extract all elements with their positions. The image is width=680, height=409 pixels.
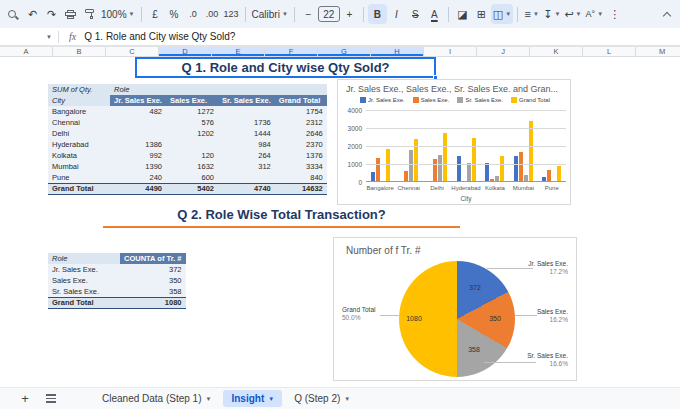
pivot-col-dim-cell[interactable]: Role [110, 84, 327, 95]
column-header-F[interactable]: F [265, 47, 318, 56]
font-size-input[interactable]: 22 [318, 6, 340, 22]
pivot-grand-total-value[interactable]: 4490 [110, 183, 166, 194]
all-sheets-button[interactable] [40, 394, 62, 403]
fill-color-button[interactable]: ◪ [453, 4, 472, 24]
pivot-grand-total-value[interactable]: 14632 [275, 183, 327, 194]
column-header-G[interactable]: G [318, 47, 371, 56]
print-button[interactable] [61, 4, 80, 24]
sheet-tab-cleaned-data[interactable]: Cleaned Data (Step 1) ▼ [94, 390, 219, 407]
pivot-column-header[interactable]: Jr. Sales Exe. [110, 95, 166, 106]
more-toolbar-button[interactable]: ⋮ [605, 4, 624, 24]
column-header-B[interactable]: B [53, 47, 106, 56]
horizontal-align-button[interactable]: ≡ ▼ [522, 4, 541, 24]
text-color-button[interactable]: A [425, 4, 444, 24]
pivot-value-cell[interactable]: 264 [218, 150, 275, 161]
pivot-value-cell[interactable]: 120 [166, 150, 218, 161]
pivot-value-cell[interactable]: 1376 [275, 150, 327, 161]
pivot-city-cell[interactable]: Kolkata [48, 150, 110, 161]
pivot-city-cell[interactable]: Mumbai [48, 161, 110, 172]
decrease-font-size-button[interactable]: − [299, 4, 318, 24]
format-currency-button[interactable]: £ [146, 4, 165, 24]
strikethrough-button[interactable]: S [406, 4, 425, 24]
more-formats-button[interactable]: 123 [222, 4, 241, 24]
font-select[interactable]: Calibri ▼ [250, 4, 290, 24]
pivot-value-cell[interactable] [218, 106, 275, 117]
q2-grand-total-value[interactable]: 1080 [120, 297, 186, 308]
pivot-value-cell[interactable] [110, 128, 166, 139]
pivot-value-cell[interactable]: 992 [110, 150, 166, 161]
pivot-column-header[interactable]: Grand Total [275, 95, 327, 106]
pivot-value-cell[interactable]: 2370 [275, 139, 327, 150]
q1-title-cell[interactable]: Q 1. Role and City wise Qty Sold? [135, 57, 436, 78]
column-header-D[interactable]: D [159, 47, 212, 56]
pivot-value-cell[interactable]: 840 [275, 172, 327, 183]
pivot-corner-cell[interactable]: SUM of Qty. [48, 84, 110, 95]
zoom-select[interactable]: 100% ▼ [99, 4, 137, 24]
sheet-canvas[interactable]: Q 1. Role and City wise Qty Sold? SUM of… [0, 57, 680, 387]
column-header-H[interactable]: H [371, 47, 424, 56]
pivot-column-header[interactable]: Sales Exe. [166, 95, 218, 106]
pivot-value-cell[interactable]: 1632 [166, 161, 218, 172]
pivot-value-cell[interactable]: 984 [218, 139, 275, 150]
pivot-grand-total-label[interactable]: Grand Total [48, 183, 110, 194]
pivot-value-cell[interactable]: 1736 [218, 117, 275, 128]
paint-format-button[interactable] [80, 4, 99, 24]
sheet-tab-q-step2[interactable]: Q (Step 2) ▼ [286, 390, 358, 407]
pie-chart[interactable]: Number of f Tr. # Jr. Sales Exe. 17.2% S… [333, 237, 577, 381]
column-header-K[interactable]: K [530, 47, 583, 56]
column-header-A[interactable]: A [0, 47, 53, 56]
q2-table[interactable]: RoleCOUNTA of Tr. #Jr. Sales Exe.372Sale… [48, 253, 186, 309]
increase-font-size-button[interactable]: + [340, 4, 359, 24]
bold-button[interactable]: B [368, 4, 387, 24]
pivot-value-cell[interactable]: 576 [166, 117, 218, 128]
pivot-value-cell[interactable]: 240 [110, 172, 166, 183]
sheet-tab-insight[interactable]: Insight ▼ [223, 390, 282, 407]
pivot-value-cell[interactable]: 1390 [110, 161, 166, 172]
column-header-C[interactable]: C [106, 47, 159, 56]
pivot-value-cell[interactable]: 482 [110, 106, 166, 117]
q2-count-cell[interactable]: 372 [120, 264, 186, 275]
text-rotate-button[interactable]: A° ▼ [584, 4, 606, 24]
pivot-value-cell[interactable]: 1272 [166, 106, 218, 117]
pivot-value-cell[interactable]: 2646 [275, 128, 327, 139]
q2-grand-total-label[interactable]: Grand Total [48, 297, 120, 308]
pivot-value-cell[interactable]: 1386 [110, 139, 166, 150]
column-header-M[interactable]: M [636, 47, 680, 56]
increase-decimal-button[interactable]: .00 [203, 4, 222, 24]
text-wrap-button[interactable]: ↩ ▼ [562, 4, 583, 24]
pivot-city-cell[interactable]: Pune [48, 172, 110, 183]
column-header-L[interactable]: L [583, 47, 636, 56]
undo-button[interactable]: ↶ [23, 4, 42, 24]
name-box[interactable]: ▼ [0, 34, 58, 40]
merge-cells-button[interactable]: ◫ ▼ [491, 4, 513, 24]
search-button[interactable] [4, 4, 23, 24]
pivot-value-cell[interactable]: 1754 [275, 106, 327, 117]
pivot-city-cell[interactable]: Bangalore [48, 106, 110, 117]
italic-button[interactable]: I [387, 4, 406, 24]
vertical-align-button[interactable]: ↧ ▼ [541, 4, 562, 24]
q2-count-cell[interactable]: 358 [120, 286, 186, 297]
q2-role-header[interactable]: Role [48, 253, 120, 264]
pivot-value-cell[interactable]: 600 [166, 172, 218, 183]
pivot-city-cell[interactable]: Hyderabad [48, 139, 110, 150]
q2-count-cell[interactable]: 350 [120, 275, 186, 286]
pivot-table[interactable]: SUM of Qty.RoleCityJr. Sales Exe.Sales E… [48, 84, 327, 195]
pivot-value-cell[interactable]: 3334 [275, 161, 327, 172]
pivot-city-cell[interactable]: Chennai [48, 117, 110, 128]
pivot-value-cell[interactable] [218, 172, 275, 183]
q2-count-header[interactable]: COUNTA of Tr. # [120, 253, 186, 264]
pivot-value-cell[interactable] [166, 139, 218, 150]
format-percent-button[interactable]: % [165, 4, 184, 24]
column-header-I[interactable]: I [424, 47, 477, 56]
q2-role-cell[interactable]: Jr. Sales Exe. [48, 264, 120, 275]
column-header-E[interactable]: E [212, 47, 265, 56]
pivot-value-cell[interactable] [110, 117, 166, 128]
bar-chart[interactable]: Jr. Sales Exe., Sales Exe., Sr. Sales Ex… [337, 79, 571, 205]
pivot-value-cell[interactable]: 2312 [275, 117, 327, 128]
pivot-value-cell[interactable]: 312 [218, 161, 275, 172]
column-header-J[interactable]: J [477, 47, 530, 56]
q2-role-cell[interactable]: Sales Exe. [48, 275, 120, 286]
collapse-toolbar-button[interactable] [657, 4, 676, 24]
borders-button[interactable]: ⊞ [472, 4, 491, 24]
pivot-value-cell[interactable]: 1202 [166, 128, 218, 139]
